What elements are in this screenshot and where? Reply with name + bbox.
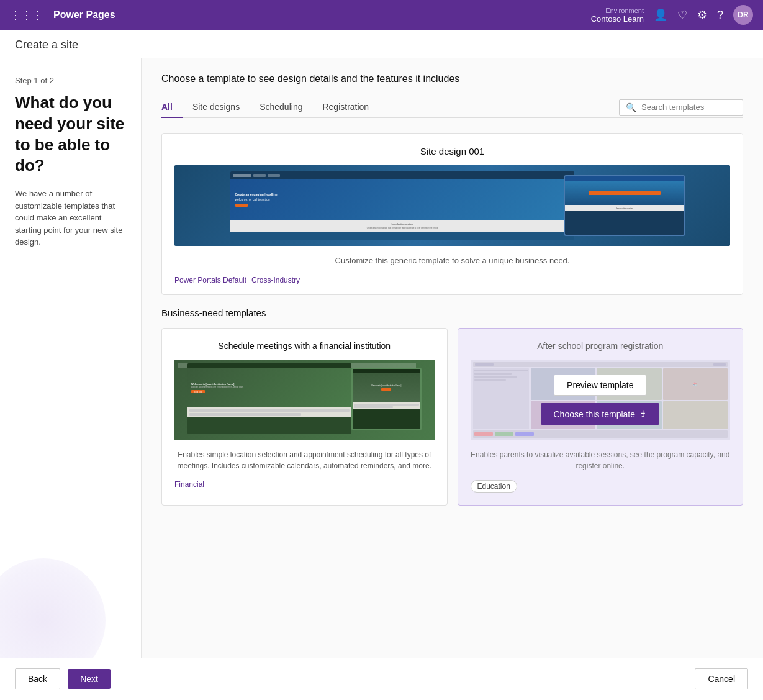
cancel-button[interactable]: Cancel xyxy=(695,668,748,689)
site-design-tags: Power Portals Default Cross-Industry xyxy=(174,276,730,284)
education-card-title: After school program registration xyxy=(471,341,731,351)
content-title: Choose a template to see design details … xyxy=(161,73,743,84)
main-layout: Step 1 of 2 What do you need your site t… xyxy=(0,58,763,658)
site-design-title: Site design 001 xyxy=(174,146,730,157)
person-icon[interactable]: 👤 xyxy=(654,8,667,22)
tab-site-designs[interactable]: Site designs xyxy=(183,97,250,118)
business-grid: Schedule meetings with a financial insti… xyxy=(161,328,743,506)
tab-all[interactable]: All xyxy=(161,97,183,118)
search-box[interactable]: 🔍 xyxy=(619,99,743,116)
sidebar: Step 1 of 2 What do you need your site t… xyxy=(0,58,142,658)
site-design-card: Site design 001 Create an engaging headl… xyxy=(161,133,743,295)
env-name: Contoso Learn xyxy=(591,14,644,24)
financial-card[interactable]: Schedule meetings with a financial insti… xyxy=(161,328,448,506)
education-preview: 🏃 🎨 📚 xyxy=(471,360,731,440)
financial-desc: Enables simple location selection and ap… xyxy=(174,449,435,471)
tag-education[interactable]: Education xyxy=(471,480,517,493)
sidebar-description: We have a number of customizable templat… xyxy=(15,188,126,248)
education-hover-overlay: Preview template Choose this template ⤈ xyxy=(471,360,731,440)
notification-icon[interactable]: ♡ xyxy=(677,8,687,22)
content-area: Choose a template to see design details … xyxy=(142,58,763,658)
tab-scheduling[interactable]: Scheduling xyxy=(250,97,312,118)
choose-template-button[interactable]: Choose this template ⤈ xyxy=(541,403,659,425)
step-indicator: Step 1 of 2 xyxy=(15,76,126,85)
help-icon[interactable]: ? xyxy=(717,9,723,22)
tag-financial[interactable]: Financial xyxy=(174,480,204,489)
back-button[interactable]: Back xyxy=(15,668,60,689)
avatar[interactable]: DR xyxy=(733,5,753,25)
education-tags: Education xyxy=(471,480,731,493)
financial-preview: Welcome to [Insert Institution Name] Boo… xyxy=(174,360,435,440)
topnav-right: Environment Contoso Learn 👤 ♡ ⚙ ? DR xyxy=(591,5,753,25)
financial-card-title: Schedule meetings with a financial insti… xyxy=(174,341,435,351)
education-card[interactable]: After school program registration xyxy=(458,328,744,506)
top-navigation: ⋮⋮⋮ Power Pages Environment Contoso Lear… xyxy=(0,0,763,30)
next-button[interactable]: Next xyxy=(68,669,111,689)
environment-info: Environment Contoso Learn xyxy=(591,7,644,24)
sidebar-heading: What do you need your site to be able to… xyxy=(15,93,126,176)
site-design-desc: Customize this generic template to solve… xyxy=(174,255,730,267)
financial-tags: Financial xyxy=(174,480,435,489)
tag-power-portals[interactable]: Power Portals Default xyxy=(174,276,246,284)
app-title: Power Pages xyxy=(53,9,584,20)
search-input[interactable] xyxy=(641,102,736,112)
tab-registration[interactable]: Registration xyxy=(312,97,379,118)
tag-cross-industry[interactable]: Cross-Industry xyxy=(251,276,300,284)
preview-template-button[interactable]: Preview template xyxy=(554,375,646,396)
settings-icon[interactable]: ⚙ xyxy=(697,8,707,22)
site-design-preview: Create an engaging headline, welcome, or… xyxy=(174,165,730,246)
tabs-row: All Site designs Scheduling Registration… xyxy=(161,97,743,118)
page-header: Create a site xyxy=(0,30,763,58)
sidebar-decoration xyxy=(0,558,106,658)
education-desc: Enables parents to visualize available s… xyxy=(471,449,731,471)
search-icon: 🔍 xyxy=(626,102,636,112)
bottom-bar: Back Next Cancel xyxy=(0,658,763,699)
green-mock: Welcome to [Insert Institution Name] Boo… xyxy=(174,360,435,440)
grid-icon[interactable]: ⋮⋮⋮ xyxy=(10,8,43,22)
page-title: Create a site xyxy=(15,39,78,51)
cursor-icon: ⤈ xyxy=(639,408,647,420)
business-section-title: Business-need templates xyxy=(161,307,743,318)
env-label: Environment xyxy=(605,7,644,14)
